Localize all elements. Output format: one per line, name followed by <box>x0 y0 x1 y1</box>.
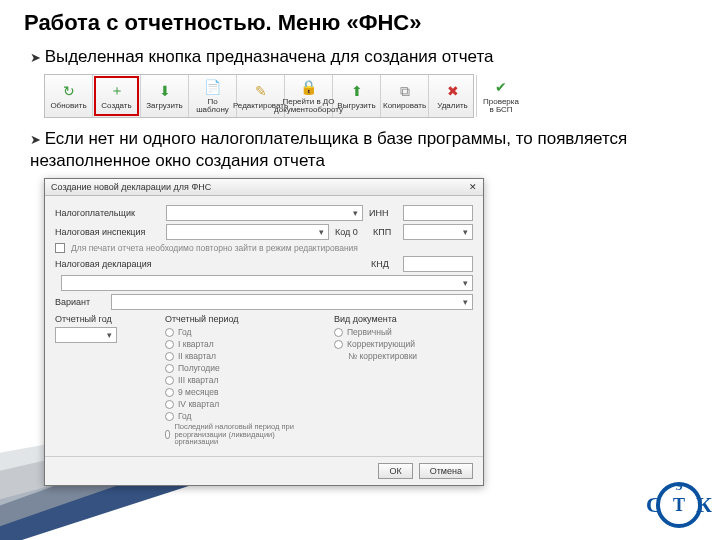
refresh-icon: ↻ <box>60 82 78 100</box>
toolbar-label: По шаблону <box>195 98 230 114</box>
option-label: Последний налоговый период при реорганиз… <box>174 423 304 446</box>
label-inn: ИНН <box>369 208 397 218</box>
copy-button[interactable]: ⧉Копировать <box>381 75 429 117</box>
cancel-button[interactable]: Отмена <box>419 463 473 479</box>
doctype-option: № корректировки <box>334 351 473 361</box>
period-option[interactable]: Год <box>165 327 304 337</box>
option-label: Год <box>178 411 192 421</box>
knd-field[interactable] <box>403 256 473 272</box>
label-period: Отчетный период <box>165 314 304 324</box>
chevron-down-icon: ▾ <box>350 208 360 218</box>
radio-icon <box>334 328 343 337</box>
logo: СТК Э <box>656 482 702 528</box>
toolbar-label: Обновить <box>50 102 86 110</box>
label-knd: КНД <box>371 259 397 269</box>
option-label: III квартал <box>178 375 218 385</box>
variant-select[interactable]: ▾ <box>111 294 473 310</box>
label-inspection: Налоговая инспекция <box>55 227 160 237</box>
option-label: № корректировки <box>348 351 417 361</box>
fromtpl-button[interactable]: 📄По шаблону <box>189 75 237 117</box>
load-button[interactable]: ⬇Загрузить <box>141 75 189 117</box>
delete-button[interactable]: ✖Удалить <box>429 75 477 117</box>
radio-icon <box>165 412 174 421</box>
fromtpl-icon: 📄 <box>204 78 222 96</box>
delete-icon: ✖ <box>444 82 462 100</box>
upload-button[interactable]: ⬆Выгрузить <box>333 75 381 117</box>
doctype-option[interactable]: Первичный <box>334 327 473 337</box>
page-title: Работа с отчетностью. Меню «ФНС» <box>24 10 704 36</box>
label-kpp: КПП <box>373 227 397 237</box>
radio-icon <box>165 352 174 361</box>
radio-icon <box>334 340 343 349</box>
label-year: Отчетный год <box>55 314 135 324</box>
toolbar-label: Выгрузить <box>337 102 375 110</box>
chevron-down-icon: ▾ <box>460 297 470 307</box>
checkbsp-icon: ✔ <box>492 78 510 96</box>
toolbar-label: Проверка в БСП <box>483 98 519 114</box>
period-option[interactable]: I квартал <box>165 339 304 349</box>
option-label: Первичный <box>347 327 392 337</box>
copy-icon: ⧉ <box>396 82 414 100</box>
label-code: Код 0 <box>335 227 367 237</box>
label-declaration: Налоговая декларация <box>55 259 160 269</box>
payer-select[interactable]: ▾ <box>166 205 363 221</box>
chevron-down-icon: ▾ <box>316 227 326 237</box>
doctype-option[interactable]: Корректирующий <box>334 339 473 349</box>
instruction-text: Для печати отчета необходимо повторно за… <box>71 243 358 253</box>
edit-icon: ✎ <box>252 82 270 100</box>
radio-icon <box>165 364 174 373</box>
refresh-button[interactable]: ↻Обновить <box>45 75 93 117</box>
dialog-title: Создание новой декларации для ФНС <box>51 182 211 192</box>
toolbar-label: Копировать <box>383 102 426 110</box>
period-option[interactable]: 9 месяцев <box>165 387 304 397</box>
create-button[interactable]: ＋Создать <box>93 75 141 117</box>
toolbar-label: Загрузить <box>146 102 183 110</box>
option-label: IV квартал <box>178 399 219 409</box>
checkbsp-button[interactable]: ✔Проверка в БСП <box>477 75 525 117</box>
declaration-select[interactable]: ▾ <box>61 275 473 291</box>
period-option[interactable]: Полугодие <box>165 363 304 373</box>
bullet-2: Если нет ни одного налогоплательщика в б… <box>30 128 704 172</box>
radio-icon <box>165 430 170 439</box>
option-label: Полугодие <box>178 363 220 373</box>
tosend-icon: 🔒 <box>300 78 318 96</box>
option-label: Год <box>178 327 192 337</box>
radio-icon <box>165 376 174 385</box>
option-label: 9 месяцев <box>178 387 219 397</box>
inn-field[interactable] <box>403 205 473 221</box>
label-payer: Налогоплательщик <box>55 208 160 218</box>
chevron-down-icon: ▾ <box>460 278 470 288</box>
inspection-select[interactable]: ▾ <box>166 224 329 240</box>
highlight-box <box>94 76 139 116</box>
year-select[interactable]: ▾ <box>55 327 117 343</box>
radio-icon <box>165 400 174 409</box>
label-variant: Вариант <box>55 297 105 307</box>
period-option[interactable]: IV квартал <box>165 399 304 409</box>
radio-icon <box>165 328 174 337</box>
ok-button[interactable]: ОК <box>378 463 412 479</box>
kpp-select[interactable]: ▾ <box>403 224 473 240</box>
toolbar-label: Удалить <box>437 102 468 110</box>
period-option[interactable]: Год <box>165 411 304 421</box>
period-option[interactable]: III квартал <box>165 375 304 385</box>
radio-icon <box>165 388 174 397</box>
option-label: I квартал <box>178 339 214 349</box>
option-label: II квартал <box>178 351 216 361</box>
close-icon[interactable]: ✕ <box>469 182 477 192</box>
bullet-1: Выделенная кнопка предназначена для созд… <box>30 46 704 68</box>
tosend-button[interactable]: 🔒Перейти в ДО документообороту <box>285 75 333 117</box>
option-label: Корректирующий <box>347 339 415 349</box>
toolbar: ↻Обновить＋Создать⬇Загрузить📄По шаблону✎Р… <box>44 74 474 118</box>
radio-icon <box>165 340 174 349</box>
upload-icon: ⬆ <box>348 82 366 100</box>
period-option[interactable]: Последний налоговый период при реорганиз… <box>165 423 304 446</box>
period-option[interactable]: II квартал <box>165 351 304 361</box>
label-doctype: Вид документа <box>334 314 473 324</box>
print-checkbox[interactable] <box>55 243 65 253</box>
create-declaration-dialog: Создание новой декларации для ФНС ✕ Нало… <box>44 178 484 486</box>
load-icon: ⬇ <box>156 82 174 100</box>
chevron-down-icon: ▾ <box>460 227 470 237</box>
chevron-down-icon: ▾ <box>104 330 114 340</box>
